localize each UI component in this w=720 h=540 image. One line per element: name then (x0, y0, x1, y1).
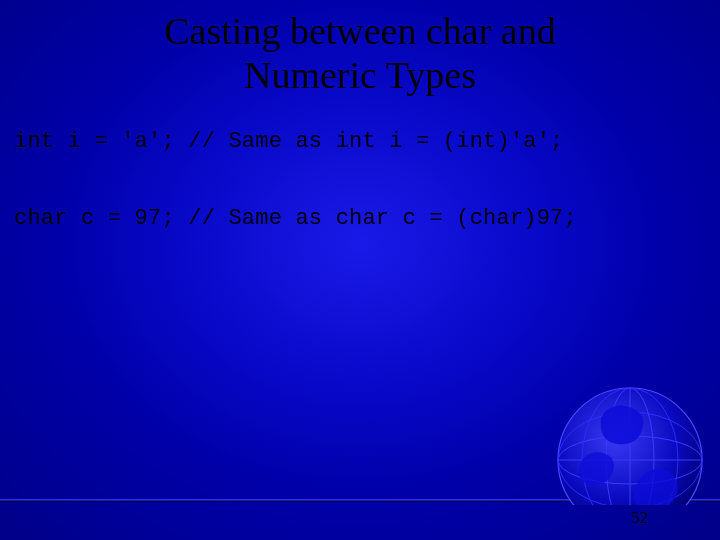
svg-point-5 (582, 388, 678, 532)
code-line-2: char c = 97; // Same as char c = (char)9… (0, 206, 720, 231)
title-line-2: Numeric Types (244, 54, 476, 96)
page-number: 52 (631, 508, 648, 528)
svg-point-2 (558, 436, 702, 484)
svg-point-1 (558, 388, 702, 532)
footer-divider (0, 499, 720, 502)
title-line-1: Casting between char and (164, 10, 555, 52)
code-line-1: int i = 'a'; // Same as int i = (int)'a'… (0, 129, 720, 154)
slide-title: Casting between char and Numeric Types (0, 0, 720, 97)
svg-point-3 (558, 412, 702, 508)
globe-icon (512, 340, 712, 540)
